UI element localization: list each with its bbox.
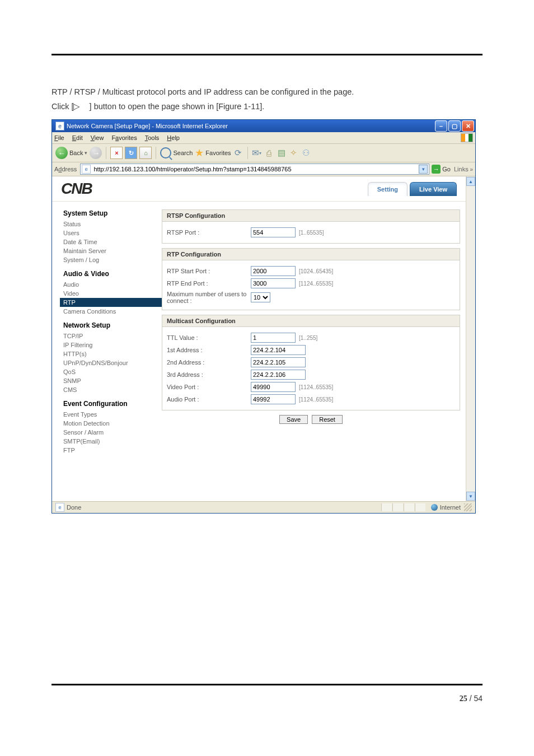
resize-grip-icon[interactable] <box>464 503 472 511</box>
play-glyph: ▷ <box>73 102 89 111</box>
page-content: CNB Setting Live View System Setup Statu… <box>52 176 475 501</box>
mc-vp-hint: [1124..65535] <box>299 384 333 390</box>
close-button[interactable]: ✕ <box>462 120 474 132</box>
rtsp-port-input[interactable] <box>251 227 296 237</box>
print-icon[interactable]: ⎙ <box>264 148 274 158</box>
menu-favorites[interactable]: Favorites <box>111 134 137 141</box>
nav-ipfilter[interactable]: IP Filtering <box>63 340 162 349</box>
mc-vp-input[interactable] <box>251 382 296 392</box>
mc-ap-hint: [1124..65535] <box>299 396 333 403</box>
mc-ap-label: Audio Port : <box>167 396 251 403</box>
nav-syslog[interactable]: System / Log <box>63 255 162 264</box>
nav-maintain[interactable]: Maintain Server <box>63 246 162 255</box>
menu-help[interactable]: Help <box>167 134 180 141</box>
rtsp-port-hint: [1..65535] <box>299 230 324 236</box>
windows-flag-icon <box>461 133 473 142</box>
chevron-down-icon: ▾ <box>85 150 87 156</box>
address-dropdown-icon[interactable]: ▾ <box>419 165 428 174</box>
nav-group-av: Audio & Video <box>63 270 162 278</box>
rtp-start-input[interactable] <box>251 266 296 276</box>
home-icon: ⌂ <box>144 150 148 156</box>
favorites-button[interactable]: ★Favorites <box>195 147 231 159</box>
menu-file[interactable]: File <box>54 134 64 141</box>
messenger-icon[interactable]: ⚇ <box>301 148 311 158</box>
nav-smtp[interactable]: SMTP(Email) <box>63 437 162 446</box>
nav-tcpip[interactable]: TCP/IP <box>63 332 162 340</box>
refresh-button[interactable]: ↻ <box>125 147 137 159</box>
mc-ttl-input[interactable] <box>251 333 296 343</box>
menu-tools[interactable]: Tools <box>145 134 160 141</box>
rtp-end-input[interactable] <box>251 278 296 288</box>
intro-text: RTP / RTSP / Multicast protocol ports an… <box>51 85 483 114</box>
edit-icon[interactable]: ▤ <box>277 148 287 158</box>
window-title: Network Camera [Setup Page] - Microsoft … <box>67 123 228 129</box>
nav-cms[interactable]: CMS <box>63 385 162 394</box>
toolbar: ← Back ▾ → × ↻ ⌂ Search ★Favorites ⟳ ✉▾ … <box>52 144 475 162</box>
discuss-icon[interactable]: ✧ <box>289 148 299 158</box>
mc-header: Multicast Configuration <box>162 315 460 327</box>
nav-qos[interactable]: QoS <box>63 367 162 376</box>
nav-audio[interactable]: Audio <box>63 280 162 289</box>
rtp-max-select[interactable]: 10 <box>251 292 270 302</box>
nav-snmp[interactable]: SNMP <box>63 376 162 385</box>
config-panel: RTSP Configuration RTSP Port : [1..65535… <box>162 209 466 501</box>
address-input[interactable] <box>92 165 419 174</box>
mc-ttl-hint: [1..255] <box>299 335 317 341</box>
title-bar[interactable]: e Network Camera [Setup Page] - Microsof… <box>52 120 475 132</box>
vertical-scrollbar[interactable]: ▲ ▼ <box>466 176 475 501</box>
nav-video[interactable]: Video <box>63 289 162 298</box>
page-icon: e <box>82 165 91 174</box>
mc-a2-label: 2nd Address : <box>167 359 251 366</box>
mc-a3-label: 3rd Address : <box>167 371 251 378</box>
address-field[interactable]: e ▾ <box>80 164 429 175</box>
stop-button[interactable]: × <box>110 147 123 159</box>
mc-a2-input[interactable] <box>251 357 306 367</box>
nav-datetime[interactable]: Date & Time <box>63 237 162 246</box>
nav-upnp[interactable]: UPnP/DynDNS/Bonjour <box>63 358 162 367</box>
minimize-button[interactable]: – <box>435 120 447 132</box>
back-button[interactable]: ← Back ▾ <box>55 147 87 159</box>
nav-motion[interactable]: Motion Detection <box>63 419 162 428</box>
nav-http[interactable]: HTTP(s) <box>63 349 162 358</box>
tab-live-view[interactable]: Live View <box>410 182 457 196</box>
save-button[interactable]: Save <box>279 415 308 424</box>
tab-setting[interactable]: Setting <box>368 182 407 196</box>
nav-camera[interactable]: Camera Conditions <box>63 307 162 316</box>
mail-icon[interactable]: ✉▾ <box>252 148 262 158</box>
menu-edit[interactable]: Edit <box>72 134 83 141</box>
mc-a1-input[interactable] <box>251 345 306 355</box>
go-arrow-icon: → <box>432 165 441 174</box>
go-button[interactable]: → Go <box>432 165 451 174</box>
home-button[interactable]: ⌂ <box>139 147 152 159</box>
nav-group-system: System Setup <box>63 209 162 217</box>
mc-ap-input[interactable] <box>251 394 296 404</box>
browser-window: e Network Camera [Setup Page] - Microsof… <box>51 119 476 514</box>
links-button[interactable]: Links <box>454 166 473 172</box>
address-label: Address <box>54 166 77 172</box>
forward-button[interactable]: → <box>90 147 102 159</box>
status-page-icon: e <box>55 503 64 512</box>
rtp-end-label: RTP End Port : <box>167 280 251 287</box>
reset-button[interactable]: Reset <box>312 415 343 424</box>
nav-ftp[interactable]: FTP <box>63 446 162 455</box>
status-zone: Internet <box>440 504 461 511</box>
menu-view[interactable]: View <box>91 134 104 141</box>
back-icon: ← <box>55 147 68 159</box>
rtsp-port-label: RTSP Port : <box>167 229 251 236</box>
status-done: Done <box>67 504 81 511</box>
nav-sensor[interactable]: Sensor / Alarm <box>63 428 162 437</box>
mc-a1-label: 1st Address : <box>167 347 251 353</box>
history-icon[interactable]: ⟳ <box>233 148 243 158</box>
mc-a3-input[interactable] <box>251 370 306 380</box>
scroll-down-icon[interactable]: ▼ <box>466 492 475 501</box>
scroll-up-icon[interactable]: ▲ <box>466 177 475 186</box>
search-button[interactable]: Search <box>160 147 193 158</box>
maximize-button[interactable]: ▢ <box>448 120 461 132</box>
search-icon <box>160 147 171 158</box>
nav-group-network: Network Setup <box>63 321 162 329</box>
mc-ttl-label: TTL Value : <box>167 334 251 341</box>
nav-status[interactable]: Status <box>63 220 162 228</box>
nav-users[interactable]: Users <box>63 228 162 237</box>
nav-rtp[interactable]: RTP <box>60 298 162 307</box>
nav-event-types[interactable]: Event Types <box>63 410 162 419</box>
